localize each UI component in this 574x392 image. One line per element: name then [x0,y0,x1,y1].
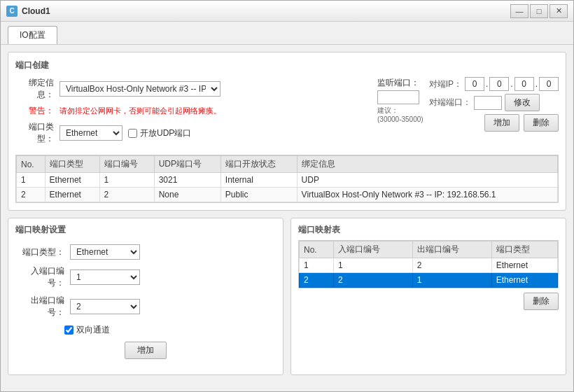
col-no: No. [17,156,46,173]
table-cell-binding: UDP [297,173,557,188]
table-cell-status: Internal [220,173,297,188]
mapping-settings-title: 端口映射设置 [15,224,276,236]
port-table-container: No. 端口类型 端口编号 UDP端口号 端口开放状态 绑定信息 1Ethern… [15,155,559,203]
mapping-add-button[interactable]: 增加 [125,342,167,359]
open-udp-checkbox-label[interactable]: 开放UDP端口 [128,127,191,139]
mapping-type-row: 端口类型： Ethernet UDP [15,244,276,260]
mapping-table-header: No. 入端口编号 出端口编号 端口类型 [300,241,558,258]
port-type-select[interactable]: Ethernet [59,125,122,141]
col-udp-port: UDP端口号 [154,156,220,173]
ip-part-4[interactable] [539,77,559,91]
mapping-out-row: 出端口编号： 1 2 [15,295,276,318]
warning-text: 请勿排定公网网卡，否则可能会引起网络瘫痪。 [59,106,221,116]
table-row[interactable]: 1Ethernet13021InternalUDP [17,173,558,188]
port-table-header: No. 端口类型 端口编号 UDP端口号 端口开放状态 绑定信息 [17,156,558,173]
listen-port-suggest: 建议：(30000-35000) [377,106,424,124]
port-type-label: 端口类型： [15,121,54,145]
bottom-panels: 端口映射设置 端口类型： Ethernet UDP 入端口编号： 1 2 [8,218,566,375]
bidirectional-row: 双向通道 [64,324,276,336]
modify-button[interactable]: 修改 [505,94,540,111]
mapping-table: No. 入端口编号 出端口编号 端口类型 112Ethernet221Ether… [299,241,558,288]
map-cell-no: 2 [300,273,334,288]
tab-io-config[interactable]: IO配置 [8,26,57,44]
warning-prefix: 警告： [15,105,54,117]
table-cell-status: Public [220,188,297,202]
map-cell-in: 2 [333,273,412,288]
title-bar: C Cloud1 — □ ✕ [1,1,573,22]
map-cell-no: 1 [300,258,334,273]
col-port-no: 端口编号 [99,156,154,173]
table-cell-no: 2 [17,188,46,202]
col-status: 端口开放状态 [220,156,297,173]
title-controls: — □ ✕ [510,4,568,18]
mapping-in-select[interactable]: 1 2 [70,270,140,285]
minimize-button[interactable]: — [510,4,528,18]
binding-select[interactable]: VirtualBox Host-Only Network #3 -- IP: 1… [59,81,220,97]
listen-port-input[interactable]: 30000 [377,90,419,104]
mapping-table-container: No. 入端口编号 出端口编号 端口类型 112Ethernet221Ether… [298,240,559,288]
col-binding: 绑定信息 [297,156,557,173]
mapping-in-row: 入端口编号： 1 2 [15,265,276,289]
restore-button[interactable]: □ [530,4,548,18]
remote-ip-label: 对端IP： [429,78,462,90]
table-cell-type: Ethernet [45,188,99,202]
map-col-no: No. [300,241,334,258]
map-col-in: 入端口编号 [333,241,412,258]
listen-port-label: 监听端口： [377,77,419,89]
table-cell-udp_port: 3021 [154,173,220,188]
map-cell-in: 1 [333,258,412,273]
open-udp-checkbox[interactable] [128,129,137,138]
mapping-row[interactable]: 221Ethernet [300,273,558,288]
table-cell-port_no: 1 [99,173,154,188]
map-cell-type: Ethernet [491,273,557,288]
mapping-form: 端口类型： Ethernet UDP 入端口编号： 1 2 [15,240,276,369]
window-title: Cloud1 [22,6,50,16]
binding-label: 绑定信息： [15,77,54,101]
close-button[interactable]: ✕ [550,4,568,18]
add-port-button[interactable]: 增加 [484,114,519,132]
port-mapping-table-section: 端口映射表 No. 入端口编号 出端口编号 端口类型 112Ether [290,218,566,375]
tab-bar: IO配置 [1,22,573,45]
mapping-in-label: 入端口编号： [15,265,64,289]
mapping-table-title: 端口映射表 [298,224,559,236]
col-type: 端口类型 [45,156,99,173]
main-content: 端口创建 绑定信息： VirtualBox Host-Only Network … [1,45,573,391]
map-cell-out: 2 [412,258,491,273]
ip-part-2[interactable] [489,77,509,91]
mapping-delete-button[interactable]: 删除 [524,293,559,310]
mapping-type-select[interactable]: Ethernet UDP [70,244,140,260]
map-cell-out: 1 [412,273,491,288]
map-col-type: 端口类型 [491,241,557,258]
bidirectional-label[interactable]: 双向通道 [64,324,110,336]
map-cell-type: Ethernet [491,258,557,273]
bidirectional-text: 双向通道 [76,324,110,336]
warning-row: 警告： 请勿排定公网网卡，否则可能会引起网络瘫痪。 [15,105,370,117]
bidirectional-checkbox[interactable] [64,326,74,335]
remove-port-button[interactable]: 删除 [524,114,559,132]
port-table: No. 端口类型 端口编号 UDP端口号 端口开放状态 绑定信息 1Ethern… [16,155,558,202]
mapping-row[interactable]: 112Ethernet [300,258,558,273]
table-cell-no: 1 [17,173,46,188]
main-window: C Cloud1 — □ ✕ IO配置 端口创建 绑定信息： Vi [0,0,574,392]
table-cell-binding: VirtualBox Host-Only Network #3 -- IP: 1… [297,188,557,202]
app-icon: C [6,6,18,17]
remote-ip-container: . . . [465,77,559,91]
mapping-add-row: 增加 [15,342,276,359]
map-col-out: 出端口编号 [412,241,491,258]
mapping-out-select[interactable]: 1 2 [70,299,140,314]
port-mapping-settings-section: 端口映射设置 端口类型： Ethernet UDP 入端口编号： 1 2 [8,218,284,375]
table-cell-udp_port: None [154,188,220,202]
mapping-out-label: 出端口编号： [15,295,64,318]
table-cell-port_no: 2 [99,188,154,202]
open-udp-label: 开放UDP端口 [140,127,191,139]
title-bar-left: C Cloud1 [6,6,50,17]
binding-row: 绑定信息： VirtualBox Host-Only Network #3 --… [15,77,370,101]
remote-port-label: 对端端口： [429,97,471,108]
table-row[interactable]: 2Ethernet2NonePublicVirtualBox Host-Only… [17,188,558,202]
ip-part-1[interactable] [465,77,484,91]
ip-part-3[interactable] [514,77,534,91]
port-creation-section: 端口创建 绑定信息： VirtualBox Host-Only Network … [8,52,566,211]
mapping-type-label: 端口类型： [15,246,64,258]
remote-port-input[interactable]: 0 [474,96,502,110]
table-cell-type: Ethernet [45,173,99,188]
